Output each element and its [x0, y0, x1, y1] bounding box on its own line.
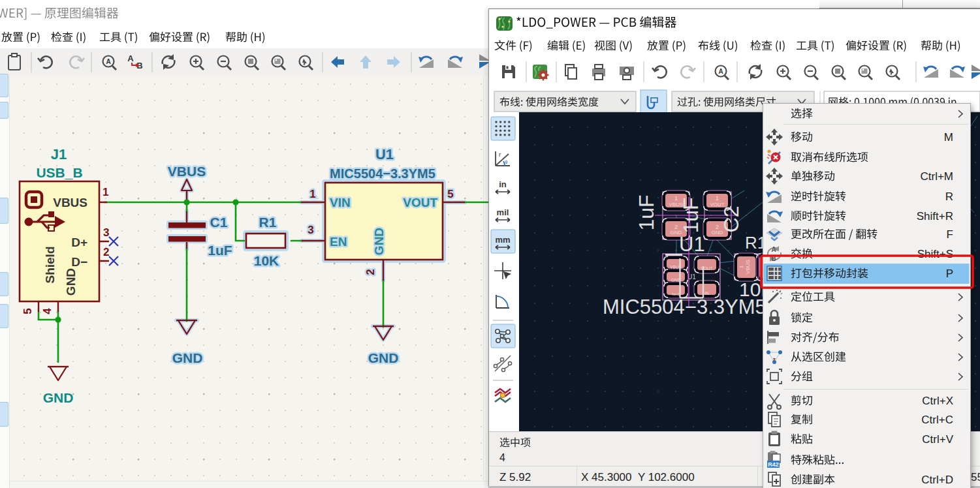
svg-text:Ctrl+X: Ctrl+X [922, 395, 953, 407]
svg-text:C2: C2 [719, 206, 743, 233]
svg-text:10K: 10K [254, 253, 279, 268]
svg-text:mil: mil [497, 207, 509, 217]
svg-text:2: 2 [364, 269, 377, 275]
svg-text:U1: U1 [375, 146, 394, 162]
svg-text:VOUT: VOUT [403, 196, 437, 209]
svg-text:F: F [947, 228, 953, 241]
svg-text:GND: GND [172, 350, 203, 365]
svg-text:Ctrl+V: Ctrl+V [922, 433, 953, 446]
svg-text:VBUS: VBUS [168, 164, 206, 179]
svg-text:Ctrl+D: Ctrl+D [921, 474, 953, 486]
svg-text:1uF: 1uF [208, 243, 232, 258]
svg-text:Ctrl+C: Ctrl+C [921, 414, 953, 426]
svg-text:USB_B: USB_B [36, 165, 82, 180]
svg-text:GND: GND [368, 350, 399, 365]
svg-text:2: 2 [716, 224, 719, 230]
svg-text:MIC5504−3.3YM5: MIC5504−3.3YM5 [603, 296, 767, 318]
svg-text:R42: R42 [768, 461, 779, 468]
svg-text:M: M [944, 131, 953, 144]
svg-text:U1: U1 [679, 233, 705, 256]
svg-text:4: 4 [41, 308, 54, 314]
svg-text:MIC5504−3.3YM5: MIC5504−3.3YM5 [330, 166, 435, 181]
svg-text:3: 3 [308, 224, 313, 236]
svg-text:1uF: 1uF [679, 197, 703, 233]
svg-text:1: 1 [103, 186, 108, 198]
svg-text:C1: C1 [210, 215, 228, 230]
svg-text:VBUS: VBUS [745, 260, 751, 274]
svg-text:θ: θ [505, 159, 508, 165]
svg-text:Ctrl+M: Ctrl+M [920, 170, 953, 183]
svg-text:A: A [106, 58, 110, 65]
svg-text:A: A [127, 53, 134, 63]
svg-text:Shield: Shield [43, 246, 57, 283]
svg-text:1uF: 1uF [635, 194, 658, 230]
svg-text:2: 2 [674, 224, 678, 230]
svg-text:GND: GND [372, 228, 386, 255]
svg-text:1: 1 [309, 188, 315, 200]
svg-text:A: A [718, 68, 723, 75]
svg-text:2: 2 [103, 246, 109, 258]
svg-text:5: 5 [447, 188, 453, 200]
svg-text:1: 1 [674, 195, 678, 202]
svg-text:R: R [945, 191, 953, 203]
svg-text:1: 1 [738, 265, 744, 268]
svg-text:3: 3 [103, 226, 109, 239]
svg-text:GND: GND [64, 268, 78, 296]
svg-text:VIN: VIN [330, 196, 351, 209]
svg-text:GND: GND [43, 390, 74, 405]
svg-text:1: 1 [716, 195, 719, 202]
svg-text:EN: EN [330, 235, 347, 249]
svg-text:Shift+R: Shift+R [917, 210, 953, 222]
svg-text:IN: IN [704, 291, 709, 296]
svg-text:J1: J1 [51, 146, 67, 162]
svg-text:D−: D− [71, 255, 87, 269]
svg-text:5: 5 [22, 308, 34, 314]
svg-text:R1: R1 [259, 215, 277, 230]
svg-text:VBUS: VBUS [53, 196, 87, 209]
svg-text:D+: D+ [71, 236, 87, 249]
svg-text:in: in [499, 179, 507, 189]
svg-text:r: r [499, 151, 501, 158]
svg-text:mm: mm [495, 235, 510, 245]
